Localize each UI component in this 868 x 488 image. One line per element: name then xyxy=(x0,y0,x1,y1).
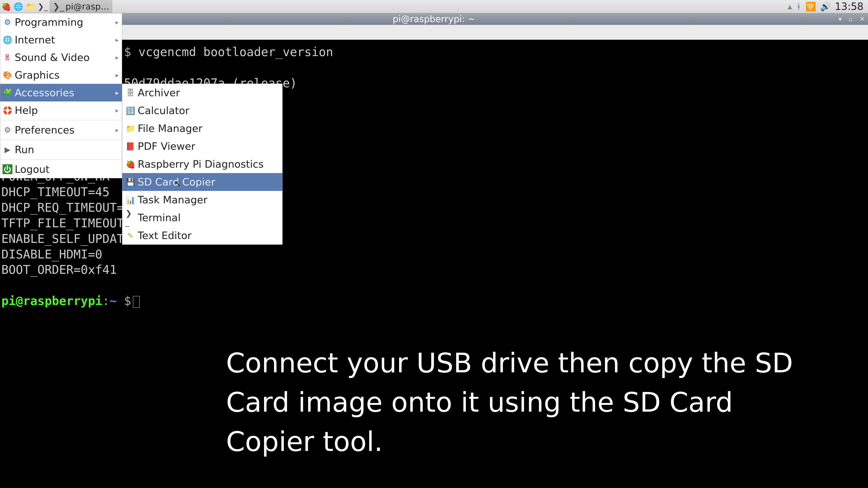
eject-icon[interactable]: ▲ xyxy=(787,3,792,10)
taskbar-right: ▲ ᚼ 🛜 🔊 13:58 xyxy=(787,1,868,12)
submenu-label: Calculator xyxy=(138,105,189,117)
text-editor-icon: ✎ xyxy=(125,231,135,240)
submenu-arrow-icon: ▸ xyxy=(116,107,119,114)
menu-sound-video[interactable]: 🎚 Sound & Video ▸ xyxy=(0,48,122,66)
submenu-calculator[interactable]: 🔢 Calculator xyxy=(122,102,282,120)
menu-label: Help xyxy=(15,104,38,116)
clock[interactable]: 13:58 xyxy=(835,1,864,12)
archiver-icon: 🗄 xyxy=(125,88,135,98)
volume-icon[interactable]: 🔊 xyxy=(820,2,831,11)
taskbar-app-terminal[interactable]: ❯_ pi@rasp… xyxy=(50,0,112,13)
menu-internet[interactable]: 🌐 Internet ▸ xyxy=(0,31,122,48)
submenu-label: PDF Viewer xyxy=(138,140,195,152)
submenu-label: Task Manager xyxy=(138,194,208,206)
menu-graphics[interactable]: 🎨 Graphics ▸ xyxy=(0,66,122,84)
menu-separator xyxy=(0,120,122,120)
help-icon: 🛟 xyxy=(2,105,12,115)
maximize-button[interactable]: ▫ xyxy=(848,15,853,23)
prompt-dollar: $ xyxy=(124,45,131,59)
menu-separator xyxy=(0,159,122,160)
submenu-task-manager[interactable]: 📊 Task Manager xyxy=(122,191,282,209)
taskbar: 🍓 🌐 📁 ❯_ ❯_ pi@rasp… ▲ ᚼ 🛜 🔊 13:58 xyxy=(0,0,868,13)
close-button[interactable]: ✕ xyxy=(860,15,865,23)
file-manager-launcher-icon[interactable]: 📁 xyxy=(24,0,37,13)
accessories-submenu: 🗄 Archiver 🔢 Calculator 📁 File Manager 📕… xyxy=(122,84,283,245)
preferences-icon: ⚙ xyxy=(2,125,12,135)
window-controls: ▾ ▫ ✕ xyxy=(838,13,865,25)
taskbar-app-title: pi@rasp… xyxy=(66,2,110,11)
terminal-cursor xyxy=(133,296,140,308)
taskbar-left: 🍓 🌐 📁 ❯_ ❯_ pi@rasp… xyxy=(0,0,112,13)
menu-programming[interactable]: ⚙ Programming ▸ xyxy=(0,13,122,31)
menu-label: Graphics xyxy=(15,69,60,81)
accessories-icon: 🧩 xyxy=(2,88,12,98)
submenu-pdf-viewer[interactable]: 📕 PDF Viewer xyxy=(122,137,282,155)
prompt-path: ~ xyxy=(110,294,117,308)
submenu-arrow-icon: ▸ xyxy=(116,71,119,79)
prompt-user: pi@raspberrypi xyxy=(1,294,102,308)
menu-help[interactable]: 🛟 Help ▸ xyxy=(0,101,122,119)
menu-preferences[interactable]: ⚙ Preferences ▸ xyxy=(0,121,122,139)
menu-label: Run xyxy=(15,144,34,156)
prompt-dollar: $ xyxy=(124,294,131,308)
submenu-arrow-icon: ▸ xyxy=(116,19,119,26)
sound-video-icon: 🎚 xyxy=(2,53,12,62)
rpi-diagnostics-icon: 🍓 xyxy=(125,159,135,169)
terminal-command: vcgencmd bootloader_version xyxy=(138,45,333,59)
instruction-overlay: Connect your USB drive then copy the SD … xyxy=(226,344,823,461)
programming-icon: ⚙ xyxy=(2,17,12,27)
pdf-viewer-icon: 📕 xyxy=(125,141,135,151)
terminal-menubar: File Edit Tabs Help xyxy=(0,25,868,40)
submenu-label: File Manager xyxy=(138,123,203,134)
calculator-icon: 🔢 xyxy=(125,106,135,116)
internet-icon: 🌐 xyxy=(2,35,12,45)
graphics-icon: 🎨 xyxy=(2,70,12,80)
submenu-arrow-icon: ▸ xyxy=(116,126,119,134)
start-menu-button[interactable]: 🍓 xyxy=(0,0,12,13)
window-titlebar[interactable]: pi@raspberrypi: ~ ▾ ▫ ✕ xyxy=(0,13,868,25)
submenu-arrow-icon: ▸ xyxy=(116,89,119,96)
menu-label: Logout xyxy=(15,163,50,175)
logout-icon: ⏻ xyxy=(2,164,12,174)
menu-label: Internet xyxy=(15,34,55,46)
task-manager-icon: 📊 xyxy=(125,195,135,205)
submenu-text-editor[interactable]: ✎ Text Editor xyxy=(122,227,282,245)
submenu-label: Archiver xyxy=(138,87,180,99)
terminal-line: DHCP_TIMEOUT=45 xyxy=(1,185,110,199)
menu-run[interactable]: ▶ Run xyxy=(0,141,122,158)
submenu-arrow-icon: ▸ xyxy=(116,36,119,43)
terminal-small-icon: ❯_ xyxy=(53,2,64,11)
submenu-file-manager[interactable]: 📁 File Manager xyxy=(122,120,282,137)
terminal-launcher-icon[interactable]: ❯_ xyxy=(37,0,49,13)
minimize-button[interactable]: ▾ xyxy=(838,15,842,23)
browser-launcher-icon[interactable]: 🌐 xyxy=(12,0,24,13)
submenu-archiver[interactable]: 🗄 Archiver xyxy=(122,84,282,102)
menu-label: Sound & Video xyxy=(15,52,90,64)
submenu-arrow-icon: ▸ xyxy=(116,54,119,61)
submenu-label: Text Editor xyxy=(138,230,192,241)
menu-label: Programming xyxy=(15,16,83,28)
menu-label: Accessories xyxy=(15,87,74,99)
terminal-icon: ❯_ xyxy=(125,213,135,223)
start-menu: ⚙ Programming ▸ 🌐 Internet ▸ 🎚 Sound & V… xyxy=(0,13,122,178)
menu-logout[interactable]: ⏻ Logout xyxy=(0,160,122,178)
mouse-cursor-icon: ↖ xyxy=(174,178,182,189)
submenu-label: Raspberry Pi Diagnostics xyxy=(138,158,264,170)
submenu-label: Terminal xyxy=(138,212,181,224)
sd-card-copier-icon: 💾 xyxy=(125,177,135,187)
wifi-icon[interactable]: 🛜 xyxy=(805,2,816,11)
file-manager-icon: 📁 xyxy=(125,124,135,133)
window-title: pi@raspberrypi: ~ xyxy=(393,14,475,24)
terminal-line: BOOT_ORDER=0xf41 xyxy=(1,263,117,276)
terminal-line: DISABLE_HDMI=0 xyxy=(1,248,102,261)
menu-accessories[interactable]: 🧩 Accessories ▸ xyxy=(0,84,122,101)
submenu-terminal[interactable]: ❯_ Terminal xyxy=(122,209,282,227)
submenu-sd-card-copier[interactable]: 💾 SD Card Copier xyxy=(122,173,282,191)
menu-label: Preferences xyxy=(15,124,74,136)
submenu-rpi-diagnostics[interactable]: 🍓 Raspberry Pi Diagnostics xyxy=(122,155,282,173)
bluetooth-icon[interactable]: ᚼ xyxy=(796,2,801,11)
run-icon: ▶ xyxy=(2,144,12,155)
